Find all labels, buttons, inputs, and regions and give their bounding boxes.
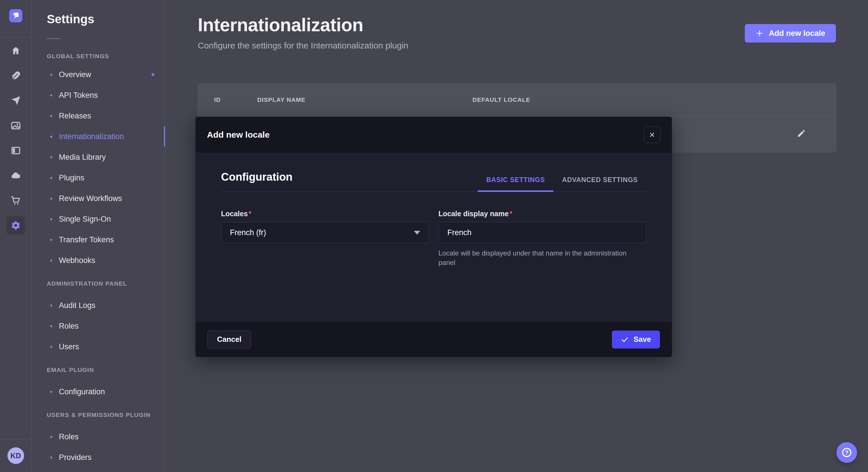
sidebar-item-label: API Tokens	[59, 91, 98, 100]
group-global-settings: Overview API Tokens Releases Internation…	[32, 64, 165, 271]
divider	[0, 37, 31, 38]
group-label-global-settings: GLOBAL SETTINGS	[47, 53, 165, 60]
rail-nav	[0, 38, 31, 238]
display-name-label: Locale display name*	[439, 210, 647, 218]
help-button[interactable]: ?	[836, 442, 857, 463]
tab-advanced-settings[interactable]: ADVANCED SETTINGS	[553, 176, 646, 192]
notification-dot	[152, 73, 154, 76]
table-header-row: ID DISPLAY NAME DEFAULT LOCALE	[198, 84, 836, 116]
images-icon	[11, 121, 21, 131]
group-label-administration-panel: ADMINISTRATION PANEL	[47, 280, 165, 287]
close-modal-button[interactable]	[644, 127, 660, 143]
modal-body: Configuration BASIC SETTINGS ADVANCED SE…	[195, 153, 672, 322]
required-marker: *	[249, 210, 251, 217]
avatar[interactable]: KD	[7, 447, 24, 464]
sidebar-item-label: Configuration	[59, 387, 105, 396]
nav-marketplace[interactable]	[0, 188, 31, 213]
pencil-icon	[797, 129, 806, 138]
page-title: Internationalization	[198, 14, 408, 36]
settings-sidebar: Settings GLOBAL SETTINGS Overview API To…	[32, 0, 165, 472]
save-label: Save	[633, 335, 651, 344]
page-subtitle: Configure the settings for the Internati…	[198, 41, 408, 50]
edit-locale-button[interactable]	[795, 127, 808, 141]
sidebar-item-label: Roles	[59, 432, 79, 441]
sidebar-item-roles-admin[interactable]: Roles	[32, 316, 165, 336]
nav-media-library[interactable]	[0, 113, 31, 138]
sidebar-item-providers[interactable]: Providers	[32, 447, 165, 468]
tab-basic-settings[interactable]: BASIC SETTINGS	[477, 176, 553, 192]
sidebar-item-label: Review Workflows	[59, 194, 122, 203]
sidebar-item-single-sign-on[interactable]: Single Sign-On	[32, 209, 165, 229]
feather-icon	[11, 71, 21, 81]
locales-select[interactable]: French (fr)	[221, 222, 429, 243]
sidebar-item-label: Releases	[59, 111, 91, 121]
nav-cloud[interactable]	[0, 163, 31, 188]
cancel-button[interactable]: Cancel	[208, 331, 251, 348]
sidebar-item-label: Webhooks	[59, 256, 95, 265]
display-name-label-text: Locale display name	[439, 210, 509, 217]
home-icon	[11, 45, 21, 56]
save-button[interactable]: Save	[612, 331, 660, 348]
strapi-logo[interactable]	[9, 9, 22, 22]
sidebar-item-users[interactable]: Users	[32, 336, 165, 357]
sidebar-item-overview[interactable]: Overview	[32, 64, 165, 85]
locales-label: Locales*	[221, 210, 429, 218]
group-administration-panel: Audit Logs Roles Users	[32, 295, 165, 357]
section-title: Configuration	[221, 171, 292, 183]
gear-icon	[11, 221, 21, 230]
locales-field: Locales* French (fr)	[221, 210, 429, 274]
sidebar-item-api-tokens[interactable]: API Tokens	[32, 85, 165, 105]
cloud-icon	[11, 170, 21, 181]
sidebar-item-media-library[interactable]: Media Library	[32, 147, 165, 167]
group-label-users-permissions-plugin: USERS & PERMISSIONS PLUGIN	[47, 411, 165, 418]
nav-home[interactable]	[0, 38, 31, 63]
group-users-permissions-plugin: Roles Providers	[32, 427, 165, 468]
group-email-plugin: Configuration	[32, 381, 165, 402]
add-new-locale-label: Add new locale	[769, 29, 825, 38]
active-indicator	[164, 126, 165, 147]
sidebar-item-label: Internationalization	[59, 132, 124, 141]
form-fields: Locales* French (fr) Locale display name…	[221, 210, 646, 274]
sidebar-item-audit-logs[interactable]: Audit Logs	[32, 295, 165, 316]
modal-title: Add new locale	[207, 130, 270, 140]
sidebar-item-label: Users	[59, 342, 79, 351]
nav-settings[interactable]	[0, 213, 31, 238]
sidebar-item-internationalization[interactable]: Internationalization	[32, 126, 165, 147]
display-name-hint: Locale will be displayed under that name…	[439, 248, 640, 267]
nav-releases[interactable]	[0, 88, 31, 113]
add-new-locale-modal: Add new locale Configuration BASIC SETTI…	[195, 117, 672, 357]
sidebar-item-label: Single Sign-On	[59, 215, 111, 224]
layout-icon	[11, 145, 21, 156]
display-name-input[interactable]	[439, 222, 647, 243]
sidebar-item-webhooks[interactable]: Webhooks	[32, 250, 165, 271]
question-icon: ?	[841, 447, 852, 458]
sidebar-item-configuration[interactable]: Configuration	[32, 381, 165, 402]
nav-content-manager[interactable]	[0, 63, 31, 88]
sidebar-item-plugins[interactable]: Plugins	[32, 167, 165, 188]
sidebar-item-label: Providers	[59, 453, 92, 462]
page-header: Internationalization Configure the setti…	[165, 0, 868, 50]
plus-icon	[755, 29, 764, 37]
group-label-email-plugin: EMAIL PLUGIN	[47, 367, 165, 373]
modal-footer: Cancel Save	[195, 322, 672, 357]
sidebar-item-releases[interactable]: Releases	[32, 105, 165, 126]
sidebar-item-roles-up[interactable]: Roles	[32, 427, 165, 447]
sidebar-item-review-workflows[interactable]: Review Workflows	[32, 188, 165, 209]
add-new-locale-button[interactable]: Add new locale	[745, 24, 836, 42]
column-display-name: DISPLAY NAME	[257, 96, 472, 103]
main-nav-rail: KD	[0, 0, 32, 472]
title-underline	[47, 38, 61, 39]
configuration-header: Configuration BASIC SETTINGS ADVANCED SE…	[221, 171, 646, 192]
locales-selected-value: French (fr)	[230, 228, 266, 237]
settings-active-background	[7, 216, 25, 235]
sidebar-item-label: Plugins	[59, 173, 84, 182]
sidebar-item-transfer-tokens[interactable]: Transfer Tokens	[32, 229, 165, 250]
cart-icon	[11, 195, 21, 206]
nav-content-type-builder[interactable]	[0, 138, 31, 163]
chevron-down-icon	[414, 231, 420, 235]
sidebar-title: Settings	[47, 12, 165, 26]
divider	[0, 439, 31, 440]
column-id: ID	[214, 96, 257, 103]
modal-header: Add new locale	[195, 117, 672, 153]
sidebar-item-label: Media Library	[59, 153, 106, 162]
